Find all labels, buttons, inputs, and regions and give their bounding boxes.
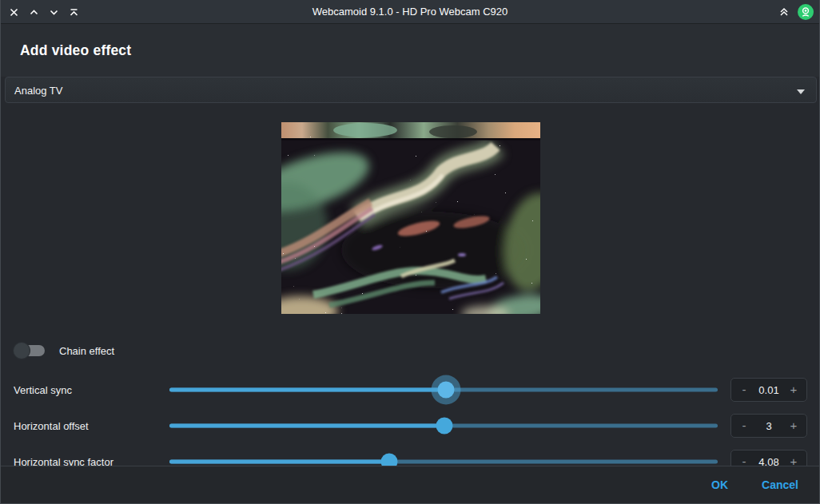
- chain-effect-row: Chain effect: [1, 341, 819, 360]
- horizontal-offset-slider[interactable]: [169, 407, 718, 444]
- webcamoid-window: Webcamoid 9.1.0 - HD Pro Webcam C920 Add…: [0, 0, 820, 504]
- vertical-sync-slider[interactable]: [169, 371, 718, 408]
- cancel-button[interactable]: Cancel: [762, 478, 798, 491]
- slider-fill: [169, 460, 389, 464]
- slider-knob[interactable]: [437, 382, 454, 399]
- chain-effect-label: Chain effect: [59, 345, 114, 357]
- param-row-horizontal-offset: Horizontal offset - 3 +: [1, 407, 819, 444]
- toggle-knob: [14, 343, 30, 359]
- effect-combobox-value: Analog TV: [14, 84, 62, 96]
- slider-knob[interactable]: [436, 418, 452, 435]
- param-row-vertical-sync: Vertical sync - 0.01 +: [1, 371, 819, 408]
- horizontal-offset-spinbox: - 3 +: [730, 414, 807, 438]
- window-title: Webcamoid 9.1.0 - HD Pro Webcam C920: [1, 0, 819, 24]
- titlebar: Webcamoid 9.1.0 - HD Pro Webcam C920: [1, 0, 819, 24]
- slider-fill: [169, 424, 444, 428]
- page-title: Add video effect: [20, 42, 131, 59]
- slider-fill: [169, 388, 446, 392]
- effect-combobox[interactable]: Analog TV: [5, 77, 817, 103]
- dialog-footer: OK Cancel: [1, 466, 819, 503]
- chevron-down-icon: [797, 83, 805, 97]
- webcamoid-logo[interactable]: [797, 3, 814, 21]
- param-label: Vertical sync: [14, 384, 72, 396]
- param-label: Horizontal offset: [14, 420, 89, 432]
- dialog-header: Add video effect: [1, 24, 819, 77]
- keep-above-icon[interactable]: [778, 6, 790, 18]
- decrement-button[interactable]: -: [738, 379, 750, 401]
- effect-preview: [281, 122, 540, 314]
- increment-button[interactable]: +: [788, 415, 799, 437]
- spinbox-value[interactable]: 3: [766, 420, 771, 432]
- decrement-button[interactable]: -: [738, 415, 750, 437]
- ok-button[interactable]: OK: [711, 478, 728, 491]
- spinbox-value[interactable]: 0.01: [758, 384, 778, 396]
- vertical-sync-spinbox: - 0.01 +: [730, 378, 807, 402]
- titlebar-right-controls: [778, 0, 814, 24]
- increment-button[interactable]: +: [788, 379, 799, 401]
- chain-effect-toggle[interactable]: [14, 343, 45, 359]
